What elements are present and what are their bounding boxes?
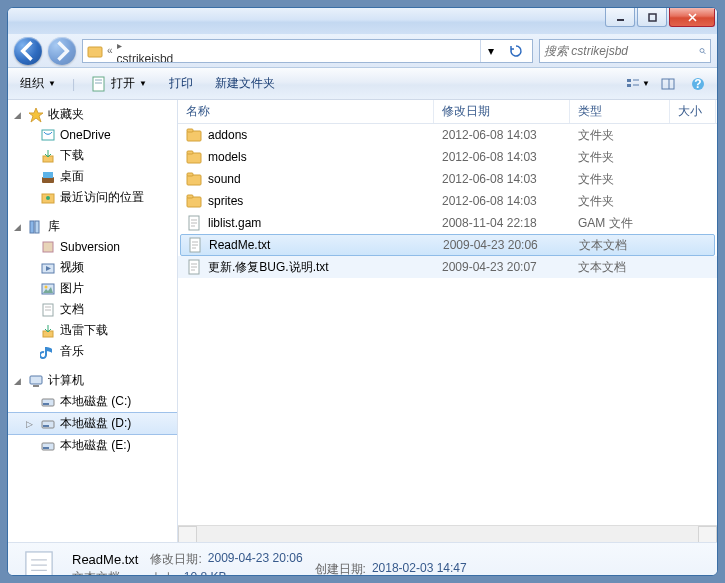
details-subtitle: 文本文档 <box>72 569 138 576</box>
tree-drive[interactable]: 本地磁盘 (E:) <box>8 435 177 456</box>
print-button[interactable]: 打印 <box>163 73 199 94</box>
svg-rect-9 <box>627 84 631 87</box>
tree-drive[interactable]: ▷本地磁盘 (D:) <box>8 412 177 435</box>
svg-rect-62 <box>26 552 52 576</box>
tree-item[interactable]: 迅雷下载 <box>8 320 177 341</box>
refresh-button[interactable] <box>504 40 528 62</box>
address-bar: « 本地磁盘 (D:)▸rjxz▸cstrikejsbd▸cstrikejsbd… <box>8 34 717 68</box>
file-icon <box>18 548 60 576</box>
svg-rect-20 <box>43 172 53 178</box>
search-icon <box>699 44 706 58</box>
col-date[interactable]: 修改日期 <box>434 100 570 123</box>
tree-item[interactable]: OneDrive <box>8 125 177 145</box>
svg-rect-41 <box>43 447 49 449</box>
svg-rect-1 <box>649 14 656 21</box>
svg-rect-8 <box>627 79 631 82</box>
svg-rect-37 <box>43 403 49 405</box>
file-pane: 名称 修改日期 类型 大小 addons2012-06-08 14:03文件夹m… <box>178 100 717 542</box>
svg-rect-34 <box>30 376 42 384</box>
maximize-button[interactable] <box>637 8 667 27</box>
file-row[interactable]: liblist.gam2008-11-04 22:18GAM 文件 <box>178 212 717 234</box>
search-input[interactable] <box>544 44 695 58</box>
details-pane: ReadMe.txt 文本文档 修改日期:2009-04-23 20:06 大小… <box>8 542 717 576</box>
breadcrumb-dropdown[interactable]: ▾ <box>480 40 500 62</box>
details-filename: ReadMe.txt <box>72 552 138 567</box>
crumb[interactable]: cstrikejsbd <box>117 52 188 63</box>
file-row[interactable]: sound2012-06-08 14:03文件夹 <box>178 168 717 190</box>
svg-rect-39 <box>43 425 49 427</box>
column-header: 名称 修改日期 类型 大小 <box>178 100 717 124</box>
txt-icon <box>186 259 202 275</box>
tree-item[interactable]: 文档 <box>8 299 177 320</box>
view-button[interactable]: ▼ <box>625 73 651 95</box>
tree-item[interactable]: Subversion <box>8 237 177 257</box>
folder-icon <box>87 43 103 59</box>
chevron-left-icon[interactable]: « <box>107 45 113 56</box>
folder-icon <box>186 171 202 187</box>
search-box[interactable] <box>539 39 711 63</box>
svg-rect-43 <box>187 129 193 132</box>
svg-rect-2 <box>88 47 102 57</box>
file-list[interactable]: addons2012-06-08 14:03文件夹models2012-06-0… <box>178 124 717 525</box>
notepad-icon <box>91 76 107 92</box>
organize-button[interactable]: 组织 ▼ <box>14 73 62 94</box>
svg-point-29 <box>45 285 48 288</box>
svg-rect-49 <box>187 195 193 198</box>
svg-rect-5 <box>93 77 104 91</box>
svg-rect-12 <box>662 79 674 89</box>
tree-item[interactable]: 桌面 <box>8 166 177 187</box>
toolbar: 组织 ▼ | 打开 ▼ 打印 新建文件夹 ▼ ? <box>8 68 717 100</box>
col-size[interactable]: 大小 <box>670 100 716 123</box>
svg-rect-47 <box>187 173 193 176</box>
explorer-window: « 本地磁盘 (D:)▸rjxz▸cstrikejsbd▸cstrikejsbd… <box>7 7 718 576</box>
svg-rect-23 <box>30 221 34 233</box>
svg-rect-45 <box>187 151 193 154</box>
breadcrumb[interactable]: « 本地磁盘 (D:)▸rjxz▸cstrikejsbd▸cstrikejsbd… <box>82 39 533 63</box>
file-row[interactable]: addons2012-06-08 14:03文件夹 <box>178 124 717 146</box>
help-button[interactable]: ? <box>685 73 711 95</box>
minimize-button[interactable] <box>605 8 635 27</box>
nav-tree[interactable]: ◢收藏夹 OneDrive下载桌面最近访问的位置 ◢库 Subversion视频… <box>8 100 178 542</box>
tree-item[interactable]: 图片 <box>8 278 177 299</box>
open-button[interactable]: 打开 ▼ <box>85 73 153 94</box>
svg-rect-25 <box>43 242 53 252</box>
tree-item[interactable]: 下载 <box>8 145 177 166</box>
col-type[interactable]: 类型 <box>570 100 670 123</box>
scrollbar-horizontal[interactable] <box>178 525 717 542</box>
svg-marker-16 <box>29 108 43 122</box>
svg-rect-24 <box>35 221 39 233</box>
folder-icon <box>186 127 202 143</box>
file-row[interactable]: ReadMe.txt2009-04-23 20:06文本文档 <box>180 234 715 256</box>
tree-libraries[interactable]: ◢库 <box>8 216 177 237</box>
close-button[interactable] <box>669 8 715 27</box>
svg-line-4 <box>704 52 706 54</box>
file-icon <box>186 215 202 231</box>
txt-icon <box>187 237 203 253</box>
titlebar[interactable] <box>8 8 717 34</box>
chevron-right-icon[interactable]: ▸ <box>117 40 122 51</box>
back-button[interactable] <box>14 37 42 65</box>
forward-button[interactable] <box>48 37 76 65</box>
svg-point-22 <box>46 196 50 200</box>
svg-point-3 <box>700 48 704 52</box>
file-row[interactable]: models2012-06-08 14:03文件夹 <box>178 146 717 168</box>
svg-text:?: ? <box>694 77 701 91</box>
tree-item[interactable]: 最近访问的位置 <box>8 187 177 208</box>
preview-pane-button[interactable] <box>655 73 681 95</box>
tree-favorites[interactable]: ◢收藏夹 <box>8 104 177 125</box>
file-row[interactable]: 更新.修复BUG.说明.txt2009-04-23 20:07文本文档 <box>178 256 717 278</box>
file-row[interactable]: sprites2012-06-08 14:03文件夹 <box>178 190 717 212</box>
svg-rect-35 <box>33 385 39 387</box>
svg-rect-17 <box>42 130 54 140</box>
col-name[interactable]: 名称 <box>178 100 434 123</box>
tree-item[interactable]: 视频 <box>8 257 177 278</box>
tree-item[interactable]: 音乐 <box>8 341 177 362</box>
folder-icon <box>186 149 202 165</box>
tree-drive[interactable]: 本地磁盘 (C:) <box>8 391 177 412</box>
tree-computer[interactable]: ◢计算机 <box>8 370 177 391</box>
new-folder-button[interactable]: 新建文件夹 <box>209 73 281 94</box>
folder-icon <box>186 193 202 209</box>
